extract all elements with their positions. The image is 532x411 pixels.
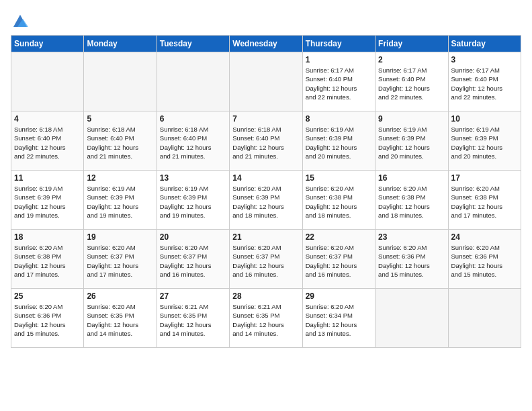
calendar-cell: 20Sunrise: 6:20 AM Sunset: 6:37 PM Dayli… [157,230,229,289]
calendar-cell [11,52,84,111]
day-info: Sunrise: 6:20 AM Sunset: 6:37 PM Dayligh… [160,243,226,279]
calendar-cell: 13Sunrise: 6:19 AM Sunset: 6:39 PM Dayli… [157,171,229,230]
col-header-friday: Friday [375,36,448,52]
day-info: Sunrise: 6:20 AM Sunset: 6:37 PM Dayligh… [306,243,372,279]
col-header-thursday: Thursday [302,36,375,52]
calendar-cell: 11Sunrise: 6:19 AM Sunset: 6:39 PM Dayli… [11,171,84,230]
calendar-cell [375,289,448,348]
calendar-cell: 14Sunrise: 6:20 AM Sunset: 6:39 PM Dayli… [230,171,302,230]
calendar-cell: 23Sunrise: 6:20 AM Sunset: 6:36 PM Dayli… [375,230,448,289]
col-header-wednesday: Wednesday [230,36,302,52]
day-info: Sunrise: 6:21 AM Sunset: 6:35 PM Dayligh… [160,302,226,338]
calendar-cell: 1Sunrise: 6:17 AM Sunset: 6:40 PM Daylig… [302,52,375,111]
day-number: 26 [87,291,153,301]
day-info: Sunrise: 6:17 AM Sunset: 6:40 PM Dayligh… [306,66,372,101]
logo-icon [11,11,30,30]
day-number: 3 [451,55,518,64]
day-number: 12 [87,173,153,183]
calendar-cell: 7Sunrise: 6:18 AM Sunset: 6:40 PM Daylig… [230,111,302,171]
day-info: Sunrise: 6:19 AM Sunset: 6:39 PM Dayligh… [160,184,226,220]
col-header-sunday: Sunday [11,36,84,52]
calendar-cell: 4Sunrise: 6:18 AM Sunset: 6:40 PM Daylig… [11,111,84,171]
col-header-monday: Monday [84,36,157,52]
calendar-cell: 18Sunrise: 6:20 AM Sunset: 6:38 PM Dayli… [11,230,84,289]
day-number: 27 [160,291,226,301]
day-number: 15 [306,173,372,183]
day-number: 24 [451,232,518,242]
day-number: 6 [160,114,226,124]
calendar-cell: 8Sunrise: 6:19 AM Sunset: 6:39 PM Daylig… [302,111,375,171]
calendar-cell: 29Sunrise: 6:20 AM Sunset: 6:34 PM Dayli… [302,289,375,348]
calendar-cell [157,52,229,111]
day-number: 28 [232,291,299,301]
day-info: Sunrise: 6:20 AM Sunset: 6:35 PM Dayligh… [87,302,153,338]
day-number: 29 [306,291,372,301]
calendar-cell [230,52,302,111]
day-info: Sunrise: 6:19 AM Sunset: 6:39 PM Dayligh… [378,125,445,161]
day-info: Sunrise: 6:17 AM Sunset: 6:40 PM Dayligh… [378,66,445,101]
day-number: 1 [306,55,372,64]
day-info: Sunrise: 6:20 AM Sunset: 6:38 PM Dayligh… [451,184,518,220]
day-info: Sunrise: 6:20 AM Sunset: 6:38 PM Dayligh… [378,184,445,220]
day-info: Sunrise: 6:20 AM Sunset: 6:38 PM Dayligh… [306,184,372,220]
calendar-cell: 3Sunrise: 6:17 AM Sunset: 6:40 PM Daylig… [448,52,521,111]
calendar-cell: 27Sunrise: 6:21 AM Sunset: 6:35 PM Dayli… [157,289,229,348]
day-info: Sunrise: 6:20 AM Sunset: 6:38 PM Dayligh… [14,243,81,279]
day-number: 13 [160,173,226,183]
day-number: 4 [14,114,81,124]
col-header-saturday: Saturday [448,36,521,52]
day-info: Sunrise: 6:17 AM Sunset: 6:40 PM Dayligh… [451,66,518,101]
calendar-week-2: 4Sunrise: 6:18 AM Sunset: 6:40 PM Daylig… [11,111,521,171]
day-number: 23 [378,232,445,242]
calendar-cell: 6Sunrise: 6:18 AM Sunset: 6:40 PM Daylig… [157,111,229,171]
calendar-header-row: SundayMondayTuesdayWednesdayThursdayFrid… [11,36,521,52]
day-number: 22 [306,232,372,242]
day-info: Sunrise: 6:18 AM Sunset: 6:40 PM Dayligh… [87,125,153,161]
day-info: Sunrise: 6:18 AM Sunset: 6:40 PM Dayligh… [14,125,81,161]
calendar-week-5: 25Sunrise: 6:20 AM Sunset: 6:36 PM Dayli… [11,289,521,348]
day-number: 21 [232,232,299,242]
day-info: Sunrise: 6:20 AM Sunset: 6:37 PM Dayligh… [232,243,299,279]
day-number: 25 [14,291,81,301]
calendar-table: SundayMondayTuesdayWednesdayThursdayFrid… [11,35,521,348]
logo [11,11,32,30]
calendar-cell: 5Sunrise: 6:18 AM Sunset: 6:40 PM Daylig… [84,111,157,171]
calendar-week-3: 11Sunrise: 6:19 AM Sunset: 6:39 PM Dayli… [11,171,521,230]
day-number: 11 [14,173,81,183]
calendar-cell [448,289,521,348]
day-info: Sunrise: 6:20 AM Sunset: 6:36 PM Dayligh… [14,302,81,338]
day-info: Sunrise: 6:20 AM Sunset: 6:37 PM Dayligh… [87,243,153,279]
day-info: Sunrise: 6:19 AM Sunset: 6:39 PM Dayligh… [14,184,81,220]
col-header-tuesday: Tuesday [157,36,229,52]
day-number: 18 [14,232,81,242]
calendar-cell: 2Sunrise: 6:17 AM Sunset: 6:40 PM Daylig… [375,52,448,111]
day-number: 7 [232,114,299,124]
calendar-week-1: 1Sunrise: 6:17 AM Sunset: 6:40 PM Daylig… [11,52,521,111]
calendar-cell: 26Sunrise: 6:20 AM Sunset: 6:35 PM Dayli… [84,289,157,348]
day-info: Sunrise: 6:20 AM Sunset: 6:39 PM Dayligh… [232,184,299,220]
day-number: 16 [378,173,445,183]
day-number: 20 [160,232,226,242]
day-info: Sunrise: 6:20 AM Sunset: 6:34 PM Dayligh… [306,302,372,338]
day-number: 9 [378,114,445,124]
calendar-cell: 15Sunrise: 6:20 AM Sunset: 6:38 PM Dayli… [302,171,375,230]
calendar-cell: 12Sunrise: 6:19 AM Sunset: 6:39 PM Dayli… [84,171,157,230]
day-number: 8 [306,114,372,124]
calendar-cell: 24Sunrise: 6:20 AM Sunset: 6:36 PM Dayli… [448,230,521,289]
calendar-cell: 16Sunrise: 6:20 AM Sunset: 6:38 PM Dayli… [375,171,448,230]
day-info: Sunrise: 6:20 AM Sunset: 6:36 PM Dayligh… [378,243,445,279]
calendar-cell: 9Sunrise: 6:19 AM Sunset: 6:39 PM Daylig… [375,111,448,171]
calendar-cell: 10Sunrise: 6:19 AM Sunset: 6:39 PM Dayli… [448,111,521,171]
day-number: 5 [87,114,153,124]
calendar-cell: 17Sunrise: 6:20 AM Sunset: 6:38 PM Dayli… [448,171,521,230]
calendar-cell: 19Sunrise: 6:20 AM Sunset: 6:37 PM Dayli… [84,230,157,289]
day-number: 17 [451,173,518,183]
day-info: Sunrise: 6:19 AM Sunset: 6:39 PM Dayligh… [87,184,153,220]
calendar-cell: 25Sunrise: 6:20 AM Sunset: 6:36 PM Dayli… [11,289,84,348]
day-info: Sunrise: 6:21 AM Sunset: 6:35 PM Dayligh… [232,302,299,338]
page-header [11,11,521,30]
day-number: 19 [87,232,153,242]
day-info: Sunrise: 6:19 AM Sunset: 6:39 PM Dayligh… [306,125,372,161]
calendar-cell [84,52,157,111]
calendar-week-4: 18Sunrise: 6:20 AM Sunset: 6:38 PM Dayli… [11,230,521,289]
